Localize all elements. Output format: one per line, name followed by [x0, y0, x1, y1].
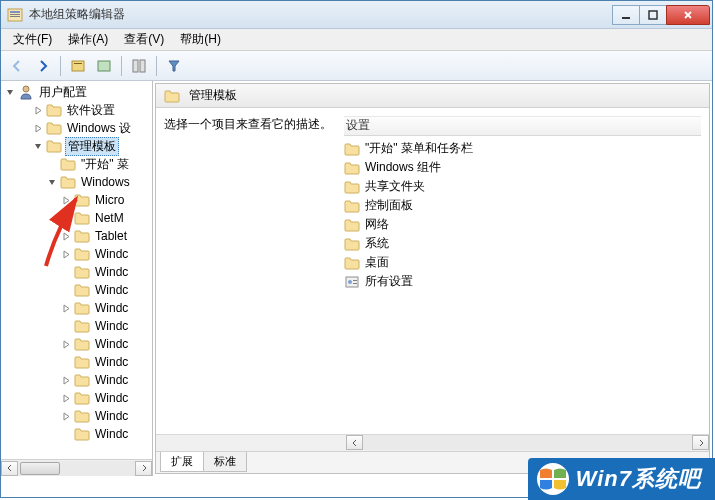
svg-point-13: [348, 280, 352, 284]
expander-icon[interactable]: [61, 357, 72, 368]
content-hscroll[interactable]: [156, 434, 709, 451]
svg-rect-10: [140, 60, 145, 72]
expander-icon[interactable]: [61, 213, 72, 224]
expander-icon[interactable]: [47, 177, 58, 188]
folder-icon: [164, 89, 180, 103]
list-item[interactable]: 控制面板: [344, 196, 701, 215]
column-header-setting[interactable]: 设置: [344, 116, 701, 136]
folder-icon: [74, 301, 90, 315]
expander-icon[interactable]: [61, 393, 72, 404]
tree-item[interactable]: Windc: [1, 299, 152, 317]
menu-action[interactable]: 操作(A): [60, 29, 116, 50]
expander-icon[interactable]: [33, 105, 44, 116]
expander-icon[interactable]: [33, 141, 44, 152]
menu-file[interactable]: 文件(F): [5, 29, 60, 50]
toolbar-action-2[interactable]: [92, 54, 116, 78]
settings-icon: [344, 274, 360, 290]
tree-item[interactable]: Windc: [1, 317, 152, 335]
expander-icon[interactable]: [61, 195, 72, 206]
tree-item[interactable]: Windc: [1, 371, 152, 389]
expander-icon[interactable]: [61, 231, 72, 242]
minimize-button[interactable]: [612, 5, 640, 25]
tree-item[interactable]: Windc: [1, 335, 152, 353]
folder-icon: [344, 218, 360, 232]
scroll-right-button[interactable]: [135, 461, 152, 476]
folder-icon: [74, 355, 90, 369]
tree-label: 管理模板: [65, 137, 119, 156]
tree-item[interactable]: Tablet: [1, 227, 152, 245]
tree-item[interactable]: Windows: [1, 173, 152, 191]
expander-icon[interactable]: [61, 339, 72, 350]
tree-label: Windc: [93, 409, 130, 423]
list-item-label: 网络: [365, 216, 389, 233]
expander-icon[interactable]: [61, 321, 72, 332]
tree-label: "开始" 菜: [79, 156, 131, 173]
forward-button[interactable]: [31, 54, 55, 78]
expander-icon[interactable]: [61, 267, 72, 278]
folder-icon: [74, 247, 90, 261]
expander-icon[interactable]: [61, 429, 72, 440]
watermark: Win7系统吧: [528, 458, 715, 500]
list-item[interactable]: 网络: [344, 215, 701, 234]
list-item-label: 控制面板: [365, 197, 413, 214]
tree-hscroll[interactable]: [1, 459, 152, 476]
svg-rect-5: [649, 11, 657, 19]
expander-icon[interactable]: [61, 375, 72, 386]
tree-item[interactable]: 软件设置: [1, 101, 152, 119]
list-item[interactable]: "开始" 菜单和任务栏: [344, 139, 701, 158]
titlebar[interactable]: 本地组策略编辑器: [1, 1, 712, 29]
tree-item[interactable]: Windc: [1, 353, 152, 371]
tree-label: Windc: [93, 391, 130, 405]
folder-icon: [74, 373, 90, 387]
menu-help[interactable]: 帮助(H): [172, 29, 229, 50]
close-button[interactable]: [666, 5, 710, 25]
tree-root[interactable]: 用户配置: [1, 83, 152, 101]
tree-item[interactable]: "开始" 菜: [1, 155, 152, 173]
scroll-left-button[interactable]: [1, 461, 18, 476]
maximize-button[interactable]: [639, 5, 667, 25]
list-item-label: 桌面: [365, 254, 389, 271]
tab-standard[interactable]: 标准: [203, 452, 247, 472]
tree-item[interactable]: Windc: [1, 263, 152, 281]
tree-item[interactable]: Windc: [1, 425, 152, 443]
tree-item[interactable]: Windows 设: [1, 119, 152, 137]
toolbar-action-3[interactable]: [127, 54, 151, 78]
tree-label: Windc: [93, 427, 130, 441]
folder-icon: [344, 237, 360, 251]
list-item[interactable]: Windows 组件: [344, 158, 701, 177]
expander-icon[interactable]: [61, 303, 72, 314]
expander-icon[interactable]: [47, 159, 58, 170]
tab-extended[interactable]: 扩展: [160, 452, 204, 472]
tree-item[interactable]: Windc: [1, 389, 152, 407]
scroll-thumb[interactable]: [20, 462, 60, 475]
list-item[interactable]: 共享文件夹: [344, 177, 701, 196]
list-item-label: Windows 组件: [365, 159, 441, 176]
expander-icon[interactable]: [33, 123, 44, 134]
folder-icon: [74, 211, 90, 225]
toolbar: [1, 51, 712, 81]
tree-item[interactable]: Windc: [1, 245, 152, 263]
tree-item[interactable]: 管理模板: [1, 137, 152, 155]
list-item[interactable]: 桌面: [344, 253, 701, 272]
tree-label: Windc: [93, 337, 130, 351]
folder-icon: [74, 193, 90, 207]
tree-item[interactable]: Windc: [1, 281, 152, 299]
list-item[interactable]: 系统: [344, 234, 701, 253]
tree-item[interactable]: Windc: [1, 407, 152, 425]
list-item[interactable]: 所有设置: [344, 272, 701, 291]
tree-item[interactable]: Micro: [1, 191, 152, 209]
content-scroll-left[interactable]: [346, 435, 363, 450]
expander-icon[interactable]: [61, 249, 72, 260]
svg-rect-7: [74, 63, 82, 64]
expander-icon[interactable]: [61, 285, 72, 296]
filter-button[interactable]: [162, 54, 186, 78]
toolbar-action-1[interactable]: [66, 54, 90, 78]
folder-icon: [74, 409, 90, 423]
expander-icon[interactable]: [5, 87, 16, 98]
tree-label: Windc: [93, 247, 130, 261]
content-scroll-right[interactable]: [692, 435, 709, 450]
menu-view[interactable]: 查看(V): [116, 29, 172, 50]
svg-rect-1: [10, 11, 20, 13]
expander-icon[interactable]: [61, 411, 72, 422]
tree-item[interactable]: NetM: [1, 209, 152, 227]
